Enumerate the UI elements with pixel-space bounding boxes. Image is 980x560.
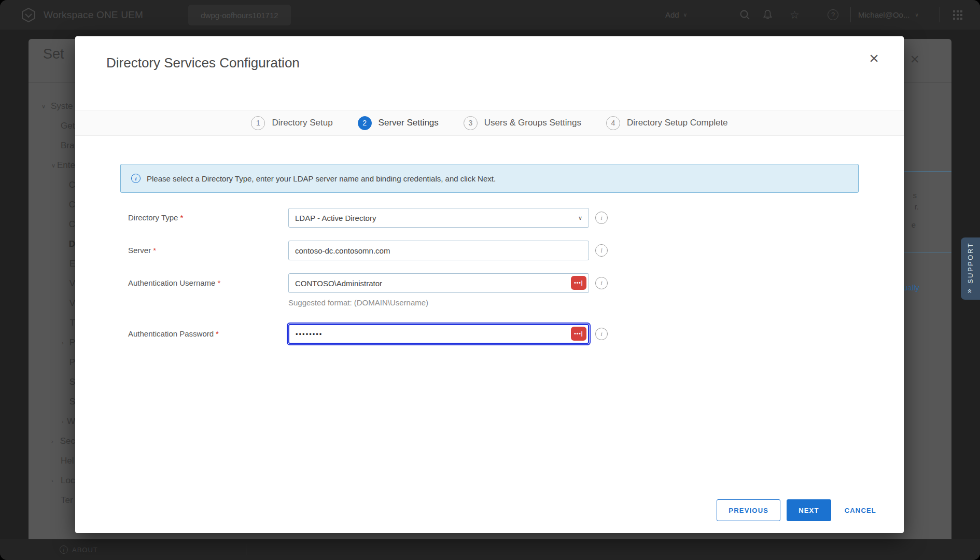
about-link[interactable]: i ABOUT (60, 545, 98, 554)
sidebar-item-label: W (67, 416, 75, 427)
required-asterisk: * (153, 246, 156, 255)
sidebar-item[interactable]: ∨Syste (29, 96, 75, 116)
step-directory-setup[interactable]: 1 Directory Setup (251, 116, 332, 130)
sidebar-item[interactable]: P (29, 353, 75, 372)
support-tab[interactable]: SUPPORT « (961, 237, 980, 300)
directory-type-label: Directory Type* (128, 213, 284, 222)
sidebar-item-label: Hel (61, 456, 74, 466)
password-manager-icon[interactable]: •••| (571, 276, 586, 290)
sidebar-item-label: Ter (61, 495, 73, 506)
sidebar-item[interactable]: Ter (29, 491, 75, 510)
sidebar-item[interactable]: ›W (29, 412, 75, 431)
sidebar-item[interactable]: V (29, 293, 75, 313)
sidebar-item[interactable]: S (29, 392, 75, 412)
directory-type-select[interactable]: LDAP - Active Directory ∨ (288, 208, 589, 228)
next-button[interactable]: NEXT (787, 499, 831, 521)
chevron-down-icon: ∨ (915, 12, 918, 18)
expand-chevron-icon: ∨ (41, 103, 51, 110)
sidebar-item[interactable]: S (29, 372, 75, 392)
sidebar-item-label: Sec (60, 436, 75, 446)
previous-button[interactable]: PREVIOUS (717, 499, 780, 521)
step-server-settings[interactable]: 2 Server Settings (358, 116, 439, 130)
collapse-chevrons-icon: « (967, 289, 974, 293)
step-directory-setup-complete[interactable]: 4 Directory Setup Complete (606, 116, 728, 130)
info-icon: i (131, 174, 141, 183)
favorites-star-icon[interactable]: ☆ (790, 0, 800, 30)
sidebar-item-label: E (69, 259, 75, 269)
directory-type-info-icon[interactable]: i (595, 212, 608, 224)
wizard-stepper: 1 Directory Setup 2 Server Settings 3 Us… (75, 110, 904, 136)
cancel-button[interactable]: CANCEL (843, 499, 878, 521)
top-bar: Workspace ONE UEM dwpg-oofhours101712 Ad… (0, 0, 980, 30)
divider (246, 544, 246, 555)
sidebar-item-label: V (69, 298, 75, 309)
sidebar-item[interactable]: ›Loc (29, 471, 75, 491)
search-icon[interactable] (739, 0, 750, 30)
auth-username-label: Authentication Username* (128, 278, 284, 287)
step-number: 1 (251, 116, 265, 130)
sidebar-item[interactable]: T (29, 313, 75, 333)
sidebar-item[interactable]: D (29, 234, 75, 254)
apps-grid-icon[interactable] (953, 0, 962, 30)
step-number: 3 (464, 116, 478, 130)
modal-title: Directory Services Configuration (106, 55, 300, 71)
sidebar-item[interactable]: Hel (29, 451, 75, 471)
info-banner: i Please select a Directory Type, enter … (120, 164, 859, 193)
sidebar-item[interactable]: C (29, 215, 75, 234)
step-users-groups-settings[interactable]: 3 Users & Groups Settings (464, 116, 581, 130)
sidebar-item-label: D (69, 239, 75, 249)
sidebar-item[interactable]: C (29, 175, 75, 195)
expand-chevron-icon: ∨ (51, 162, 57, 169)
sidebar-item[interactable]: V (29, 274, 75, 293)
expand-chevron-icon: › (62, 418, 67, 425)
auth-password-info-icon[interactable]: i (595, 328, 608, 340)
info-icon: i (60, 545, 68, 554)
settings-sidebar: ∨SysteGetBra∨EnteCCCDEVVT›PPSS›W›SecHel›… (29, 96, 75, 510)
directory-type-control: LDAP - Active Directory ∨ (288, 208, 589, 228)
sidebar-item-label: C (69, 180, 75, 190)
chevron-down-icon: ∨ (683, 12, 687, 18)
background-panel-fragment: s r. e (903, 171, 951, 253)
sidebar-item-label: P (69, 338, 75, 348)
settings-close-icon[interactable]: × (910, 50, 919, 68)
auth-password-label: Authentication Password* (128, 329, 284, 338)
sidebar-item-label: Syste (51, 101, 73, 111)
sidebar-item[interactable]: ∨Ente (29, 156, 75, 175)
required-asterisk: * (216, 329, 219, 338)
brand-title: Workspace ONE UEM (44, 9, 143, 21)
modal-close-icon[interactable]: × (869, 50, 879, 66)
user-menu[interactable]: Michael@Oo... ∨ (858, 0, 919, 30)
help-icon[interactable]: ? (828, 0, 838, 30)
server-control (288, 241, 589, 260)
auth-password-control: •••| (288, 324, 589, 344)
sidebar-item[interactable]: E (29, 254, 75, 274)
auth-username-info-icon[interactable]: i (595, 277, 608, 289)
sidebar-item-label: C (69, 219, 75, 230)
sidebar-item-label: S (69, 397, 75, 407)
sidebar-item[interactable]: ›P (29, 333, 75, 353)
add-menu[interactable]: Add ∨ (665, 0, 687, 30)
required-asterisk: * (217, 278, 220, 287)
sidebar-item[interactable]: Bra (29, 136, 75, 156)
modal-footer: PREVIOUS NEXT CANCEL (717, 499, 878, 521)
server-info-icon[interactable]: i (595, 244, 608, 257)
auth-password-input[interactable] (288, 324, 589, 344)
settings-page-title: Set (43, 46, 64, 62)
brand: Workspace ONE UEM (21, 7, 143, 23)
sidebar-item[interactable]: C (29, 195, 75, 215)
app-window: Workspace ONE UEM dwpg-oofhours101712 Ad… (0, 0, 980, 560)
sidebar-item-label: Get (61, 121, 75, 131)
organization-group-selector[interactable]: dwpg-oofhours101712 (188, 5, 291, 25)
password-manager-icon[interactable]: •••| (571, 327, 586, 341)
auth-username-input[interactable] (288, 273, 589, 293)
sidebar-item-label: C (69, 200, 75, 210)
step-number: 4 (606, 116, 620, 130)
background-link-fragment[interactable]: ually (903, 283, 919, 292)
sidebar-item[interactable]: Get (29, 116, 75, 136)
required-asterisk: * (180, 213, 183, 222)
sidebar-item[interactable]: ›Sec (29, 431, 75, 451)
server-input[interactable] (288, 241, 589, 260)
notifications-bell-icon[interactable] (762, 0, 773, 30)
sidebar-item-label: V (69, 278, 75, 289)
sidebar-item-label: T (70, 318, 75, 328)
